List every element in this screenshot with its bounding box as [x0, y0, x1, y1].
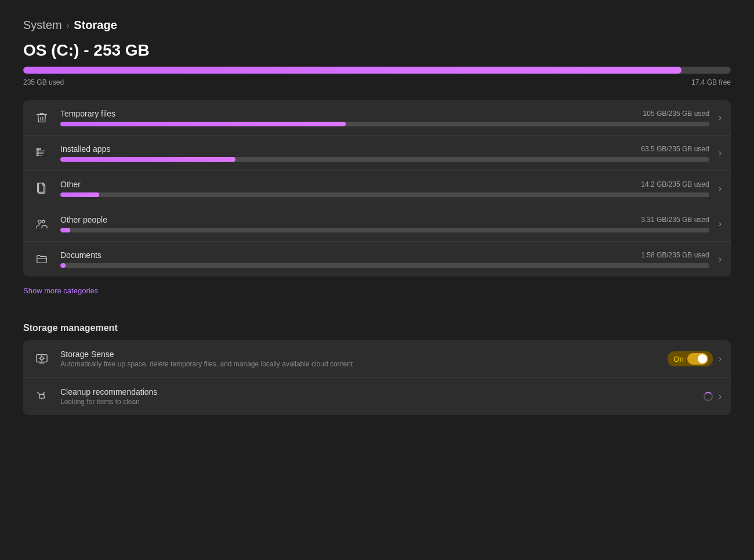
- category-bar-fill-installed-apps: [60, 157, 235, 162]
- category-temporary-files[interactable]: Temporary files 105 GB/235 GB used ›: [23, 100, 731, 136]
- management-desc-cleanup: Looking for items to clean: [60, 398, 694, 406]
- category-usage-other: 14.2 GB/235 GB used: [641, 180, 709, 188]
- storage-management-title: Storage management: [23, 323, 731, 333]
- management-content-storage-sense: Storage Sense Automatically free up spac…: [60, 350, 658, 368]
- breadcrumb-system[interactable]: System: [23, 19, 62, 32]
- storage-sense-icon: [32, 350, 51, 368]
- management-list: Storage Sense Automatically free up spac…: [23, 340, 731, 415]
- chevron-right-icon-documents: ›: [719, 254, 722, 264]
- management-name-cleanup: Cleanup recommendations: [60, 387, 694, 397]
- category-bar-documents: [60, 263, 709, 268]
- category-content-other: Other 14.2 GB/235 GB used: [60, 180, 709, 197]
- category-bar-temporary-files: [60, 122, 709, 126]
- category-other-people[interactable]: Other people 3.31 GB/235 GB used ›: [23, 206, 731, 242]
- svg-point-7: [42, 220, 45, 223]
- chevron-right-icon-cleanup: ›: [719, 391, 722, 402]
- category-content-installed-apps: Installed apps 63.5 GB/235 GB used: [60, 144, 709, 162]
- chevron-right-icon-other-people: ›: [719, 219, 722, 229]
- main-storage-bar-fill: [23, 67, 682, 74]
- toggle-storage-sense[interactable]: On: [668, 351, 712, 366]
- toggle-knob-storage-sense: [698, 354, 707, 363]
- category-bar-fill-other-people: [60, 228, 70, 232]
- category-documents[interactable]: Documents 1.58 GB/235 GB used ›: [23, 242, 731, 277]
- breadcrumb-separator: ›: [67, 21, 70, 30]
- cleanup-icon: [32, 387, 51, 406]
- chevron-right-icon-installed-apps: ›: [719, 148, 722, 158]
- category-bar-fill-other: [60, 192, 99, 197]
- category-content-other-people: Other people 3.31 GB/235 GB used: [60, 215, 709, 232]
- storage-labels: 235 GB used 17.4 GB free: [23, 78, 731, 86]
- svg-point-6: [38, 220, 42, 224]
- free-label: 17.4 GB free: [691, 78, 731, 86]
- show-more-categories-link[interactable]: Show more categories: [23, 286, 98, 295]
- category-bar-other-people: [60, 228, 709, 232]
- management-right-cleanup: ›: [704, 391, 722, 402]
- breadcrumb-current: Storage: [74, 19, 117, 32]
- category-name-installed-apps: Installed apps: [60, 144, 110, 154]
- toggle-label-storage-sense: On: [673, 355, 683, 363]
- management-right-storage-sense: On ›: [668, 351, 722, 366]
- people-icon: [32, 214, 51, 233]
- loading-spinner-cleanup: [704, 392, 713, 401]
- category-usage-other-people: 3.31 GB/235 GB used: [641, 216, 709, 224]
- category-bar-other: [60, 192, 709, 197]
- management-content-cleanup: Cleanup recommendations Looking for item…: [60, 387, 694, 406]
- category-name-documents: Documents: [60, 250, 102, 260]
- category-name-other-people: Other people: [60, 215, 107, 224]
- management-item-cleanup[interactable]: Cleanup recommendations Looking for item…: [23, 378, 731, 415]
- category-content-temporary-files: Temporary files 105 GB/235 GB used: [60, 109, 709, 126]
- management-item-storage-sense[interactable]: Storage Sense Automatically free up spac…: [23, 340, 731, 378]
- category-usage-documents: 1.58 GB/235 GB used: [641, 251, 709, 259]
- categories-list: Temporary files 105 GB/235 GB used ›: [23, 100, 731, 277]
- used-label: 235 GB used: [23, 78, 64, 86]
- category-usage-installed-apps: 63.5 GB/235 GB used: [641, 145, 709, 153]
- folder-icon: [32, 250, 51, 268]
- category-installed-apps[interactable]: Installed apps 63.5 GB/235 GB used ›: [23, 136, 731, 171]
- file-icon: [32, 179, 51, 198]
- apps-icon: [32, 144, 51, 162]
- toggle-switch-storage-sense[interactable]: [687, 353, 708, 365]
- category-bar-fill-documents: [60, 263, 66, 268]
- category-other[interactable]: Other 14.2 GB/235 GB used ›: [23, 171, 731, 206]
- svg-point-12: [40, 357, 44, 360]
- main-storage-bar: [23, 67, 731, 74]
- management-name-storage-sense: Storage Sense: [60, 350, 658, 359]
- chevron-right-icon-temporary-files: ›: [719, 112, 722, 123]
- category-name-temporary-files: Temporary files: [60, 109, 115, 118]
- breadcrumb: System › Storage: [23, 19, 731, 32]
- category-bar-fill-temporary-files: [60, 122, 346, 126]
- chevron-right-icon-other: ›: [719, 183, 722, 194]
- category-bar-installed-apps: [60, 157, 709, 162]
- management-desc-storage-sense: Automatically free up space, delete temp…: [60, 360, 658, 368]
- trash-icon: [32, 108, 51, 127]
- drive-title: OS (C:) - 253 GB: [23, 41, 731, 60]
- category-usage-temporary-files: 105 GB/235 GB used: [643, 110, 709, 118]
- category-content-documents: Documents 1.58 GB/235 GB used: [60, 250, 709, 268]
- category-name-other: Other: [60, 180, 81, 189]
- chevron-right-icon-storage-sense: ›: [719, 354, 722, 364]
